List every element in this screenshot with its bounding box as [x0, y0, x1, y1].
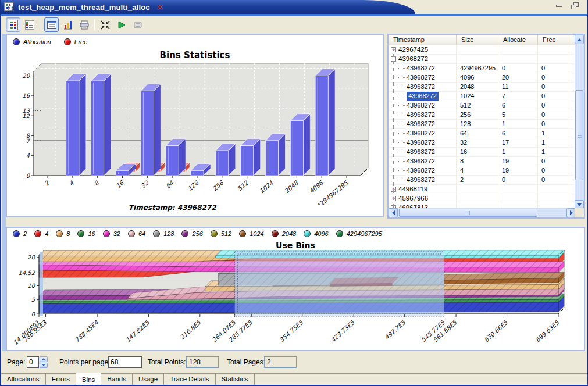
legend-color-dot: [13, 230, 20, 237]
col-size[interactable]: Size: [457, 35, 498, 45]
table-vertical-scrollbar[interactable]: [575, 35, 584, 209]
legend-color-dot: [304, 230, 311, 237]
toolbar-separator: [40, 19, 40, 30]
col-free[interactable]: Free: [538, 35, 568, 45]
cell-allocate: 19: [498, 166, 538, 176]
scroll-left-button[interactable]: [389, 208, 398, 217]
view-tab[interactable]: test_heap_mem_thread_multi_alloc ✕: [1, 0, 415, 14]
legend-color-dot: [153, 230, 160, 237]
table-row[interactable]: 4396827251260: [389, 101, 576, 110]
tree-guide-line: [393, 49, 394, 207]
legend-color-dot: [181, 230, 188, 237]
scroll-up-button[interactable]: [575, 35, 584, 44]
page-spin-up-button[interactable]: [40, 356, 48, 362]
table-row[interactable]: 43968272102470: [389, 92, 576, 101]
cell-timestamp: 43968272: [407, 148, 435, 156]
cell-timestamp: 43968272: [407, 110, 435, 119]
page-spinner-input[interactable]: [27, 356, 39, 368]
table-row[interactable]: 43968272429496729500: [389, 64, 576, 73]
fit-to-window-icon: [100, 20, 111, 30]
legend-label: 8: [66, 230, 70, 237]
tab-bins[interactable]: Bins: [76, 373, 101, 385]
svg-text:2048: 2048: [283, 178, 300, 194]
tab-trace-details[interactable]: Trace Details: [164, 374, 215, 386]
details-view-button[interactable]: [22, 17, 37, 32]
cell-allocate: 7: [498, 92, 538, 101]
titlebar: test_heap_mem_thread_multi_alloc ✕: [1, 0, 587, 14]
fit-to-window-button[interactable]: [98, 17, 112, 32]
cell-free: [538, 194, 568, 203]
table-row[interactable]: 439682722048110: [389, 83, 576, 92]
use-bins-legend-item: 4294967295: [336, 230, 382, 237]
tab-allocations[interactable]: Allocations: [1, 374, 46, 386]
cell-size: 2: [457, 176, 498, 185]
table-row[interactable]: 439682728190: [389, 157, 576, 166]
table-header: Timestamp Size Allocate Free: [389, 35, 576, 45]
table-group-row[interactable]: +42967425: [389, 45, 576, 55]
page-spin-down-button[interactable]: [40, 363, 48, 369]
svg-text:20: 20: [22, 73, 30, 79]
use-bins-legend-item: 16: [77, 230, 95, 237]
table-body: +42967425−439682724396827242949672950043…: [389, 45, 576, 210]
group-timestamp: 44968119: [398, 185, 427, 194]
legend-color-dot: [239, 230, 246, 237]
table-row[interactable]: 4396827225650: [389, 110, 576, 120]
legend-label: 4294967295: [347, 230, 382, 237]
print-button[interactable]: [77, 17, 91, 32]
horizontal-scroll-thumb[interactable]: [399, 209, 537, 217]
cell-allocate: [498, 55, 538, 64]
close-icon[interactable]: ✕: [157, 3, 163, 12]
col-allocate[interactable]: Allocate: [498, 35, 538, 45]
tab-bands[interactable]: Bands: [101, 374, 133, 386]
table-row[interactable]: 43968272200: [389, 176, 576, 185]
svg-text:10: 10: [27, 283, 35, 289]
use-bins-legend-item: 1024: [239, 230, 263, 237]
allocation-table-panel: Timestamp Size Allocate Free +42967425−4…: [387, 34, 585, 219]
table-group-row[interactable]: +44968119: [389, 185, 576, 194]
cell-allocate: 11: [498, 83, 538, 92]
vertical-scroll-thumb[interactable]: [575, 90, 583, 180]
svg-text:16: 16: [22, 92, 30, 99]
cell-size: 128: [457, 120, 498, 129]
points-per-page-input[interactable]: [108, 356, 142, 368]
table-row[interactable]: 439682726461: [389, 129, 576, 138]
bar-chart-button[interactable]: [60, 17, 75, 32]
group-timestamp: 43968272: [398, 55, 428, 63]
svg-text:0: 0: [26, 173, 31, 179]
minimize-button[interactable]: [555, 2, 565, 10]
run-button[interactable]: [114, 17, 129, 32]
cell-timestamp: 43968272: [407, 101, 435, 110]
bins-chart-title: Bins Statistics: [7, 50, 383, 60]
tab-errors[interactable]: Errors: [46, 374, 76, 386]
legend-label: 4: [45, 230, 48, 237]
chart-window-button[interactable]: [44, 17, 59, 32]
table-group-row[interactable]: +45967966: [389, 194, 576, 203]
use-bins-legend-item: 2: [13, 230, 27, 237]
table-row[interactable]: 439682721611: [389, 148, 576, 157]
table-horizontal-scrollbar[interactable]: [389, 208, 576, 217]
cell-free: [538, 55, 568, 64]
use-bins-legend-item: 256: [181, 230, 202, 237]
table-row[interactable]: 439682724190: [389, 166, 576, 176]
svg-text:423.73E5: 423.73E5: [329, 319, 356, 344]
svg-text:0: 0: [31, 311, 36, 317]
tab-usage[interactable]: Usage: [133, 374, 164, 386]
use-bins-legend-item: 4096: [304, 230, 328, 237]
cell-size: 4294967295: [457, 64, 498, 73]
cell-free: 0: [538, 176, 568, 185]
cell-timestamp: 43968272: [407, 166, 435, 175]
table-group-row[interactable]: −43968272: [389, 55, 576, 64]
restore-button[interactable]: [571, 2, 580, 10]
grid-view-button[interactable]: [6, 17, 20, 32]
legend-label: 256: [192, 230, 202, 237]
use-bins-legend-item: 32: [103, 230, 120, 237]
table-row[interactable]: 439682724096200: [389, 73, 576, 83]
tab-statistics[interactable]: Statistics: [216, 374, 255, 386]
table-row[interactable]: 4396827232171: [389, 138, 576, 148]
snapshot-button[interactable]: [130, 17, 145, 32]
table-row[interactable]: 4396827212810: [389, 120, 576, 129]
cell-free: 1: [538, 138, 568, 148]
legend-label: 4096: [314, 230, 328, 237]
use-bins-band-chart[interactable]: 05102014.5214.000E01786.95E3788.45E4147.…: [7, 250, 584, 350]
col-timestamp[interactable]: Timestamp: [389, 35, 457, 45]
